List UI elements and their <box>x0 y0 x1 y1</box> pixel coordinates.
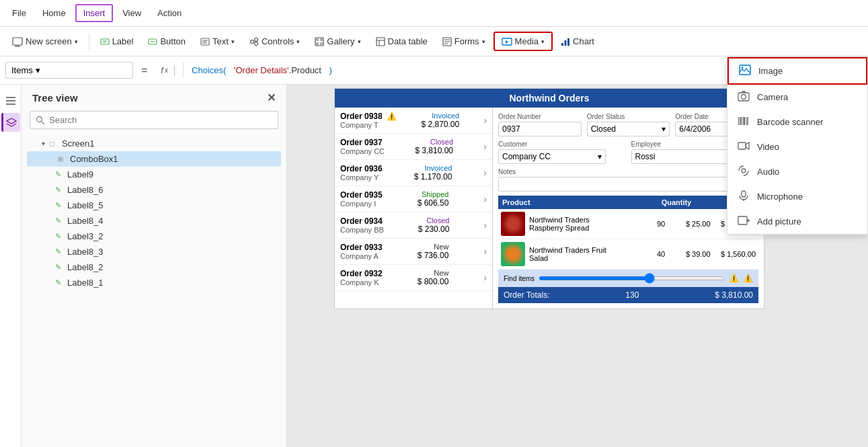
svg-rect-43 <box>738 216 747 225</box>
media-chevron: ▾ <box>541 38 545 45</box>
text-button[interactable]: Text ▾ <box>194 33 241 50</box>
tree-header: Tree view ✕ <box>22 85 286 111</box>
controls-button[interactable]: Controls ▾ <box>243 33 307 50</box>
dropdown-image[interactable]: Image <box>727 57 867 85</box>
fx-sep: │ <box>172 65 177 75</box>
order-item-0934[interactable]: Order 0934 Company BB Closed $ 230.00 › <box>335 212 492 239</box>
dropdown-audio[interactable]: Audio <box>727 159 867 184</box>
media-button[interactable]: Media ▾ <box>494 32 553 51</box>
chevron-0932: › <box>483 272 487 283</box>
amount-0937: $ 3,810.00 <box>415 146 453 155</box>
formula-choices: Choices( <box>192 65 226 75</box>
amount-0934: $ 230.00 <box>418 225 450 234</box>
chevron-0935: › <box>483 194 487 204</box>
menu-insert[interactable]: Insert <box>75 4 114 22</box>
dropdown-barcode[interactable]: Barcode scanner <box>727 110 867 134</box>
label8_6-label: Label8_6 <box>67 185 277 195</box>
label3_2-label: Label3_2 <box>67 231 277 241</box>
chart-btn-label: Chart <box>573 36 594 46</box>
label8_2-label: Label8_2 <box>67 262 277 272</box>
status-0936: Invoiced <box>414 164 452 172</box>
tree-item-label8_3[interactable]: ✎ Label8_3 <box>27 244 281 259</box>
order-right-0934: Closed $ 230.00 <box>418 216 450 234</box>
notes-input[interactable] <box>498 177 758 192</box>
dropdown-camera[interactable]: Camera <box>727 85 867 110</box>
toolbar: New screen ▾ Label Button Text ▾ Control… <box>0 27 868 56</box>
tree-close-icon[interactable]: ✕ <box>267 91 276 104</box>
order-item-0937[interactable]: Order 0937 Company CC Closed $ 3,810.00 … <box>335 134 492 160</box>
controls-chevron: ▾ <box>297 38 300 45</box>
qty-col-header: Quantity <box>629 198 692 206</box>
new-screen-label: New screen <box>26 36 72 46</box>
product-col-header: Product <box>502 198 629 206</box>
formula-close-paren: ) <box>329 65 332 75</box>
text-btn-label: Text <box>212 36 229 46</box>
gallery-btn-label: Gallery <box>327 36 354 46</box>
order-item-0936[interactable]: Order 0936 Company Y Invoiced $ 1,170.00… <box>335 160 492 186</box>
data-table-button[interactable]: Data table <box>369 33 434 50</box>
order-status-select[interactable]: Closed ▾ <box>587 122 670 136</box>
video-icon <box>737 140 750 153</box>
tree-item-combobox1[interactable]: ⊞ ComboBox1 <box>27 151 281 167</box>
tree-item-label8_1[interactable]: ✎ Label8_1 <box>27 275 281 290</box>
order-item-0932[interactable]: Order 0932 Company K New $ 800.00 › <box>335 265 492 291</box>
order-item-0938[interactable]: Order 0938 ⚠️ Company T Invoiced $ 2,870… <box>335 108 492 134</box>
label-item-icon2: ✎ <box>55 186 67 194</box>
customer-select[interactable]: Company CC ▾ <box>498 149 606 164</box>
svg-point-32 <box>742 95 746 99</box>
svg-rect-14 <box>316 38 319 41</box>
menu-view[interactable]: View <box>116 5 148 21</box>
svg-point-12 <box>254 42 258 45</box>
sep1 <box>89 34 89 50</box>
order-item-0935[interactable]: Order 0935 Company I Shipped $ 606.50 › <box>335 186 492 212</box>
status-0932: New <box>418 269 449 277</box>
order-number-input[interactable]: 0937 <box>498 122 582 136</box>
chevron-0934: › <box>483 220 487 231</box>
items-dropdown[interactable]: Items ▾ <box>5 62 133 79</box>
order-status-label: Order Status <box>587 113 670 120</box>
tree-item-screen1[interactable]: ▾ □ Screen1 <box>27 136 281 151</box>
order-item-0933[interactable]: Order 0933 Company A New $ 736.00 › <box>335 239 492 265</box>
order-num-0935: Order 0935 <box>340 190 383 200</box>
tree-item-label8_2[interactable]: ✎ Label8_2 <box>27 259 281 275</box>
screen1-arrow: ▾ <box>42 140 50 147</box>
label-button[interactable]: Label <box>93 33 141 50</box>
order-left-0937: Order 0937 Company CC <box>340 138 385 155</box>
product-img-1 <box>501 212 525 236</box>
image-label: Image <box>758 66 783 76</box>
search-input[interactable] <box>49 115 272 125</box>
order-num-0933: Order 0933 <box>340 243 383 252</box>
menu-action[interactable]: Action <box>151 5 188 21</box>
tree-item-label8_4[interactable]: ✎ Label8_4 <box>27 213 281 229</box>
menu-home[interactable]: Home <box>36 5 73 21</box>
menu-file[interactable]: File <box>5 5 33 21</box>
gallery-button[interactable]: Gallery ▾ <box>308 33 367 50</box>
tree-item-label8_6[interactable]: ✎ Label8_6 <box>27 182 281 198</box>
button-button[interactable]: Button <box>141 33 192 50</box>
dropdown-video[interactable]: Video <box>727 134 867 159</box>
company-0937: Company CC <box>340 147 385 155</box>
nw-body: Order 0938 ⚠️ Company T Invoiced $ 2,870… <box>335 108 764 309</box>
label8_4-label: Label8_4 <box>67 216 277 226</box>
barcode-label: Barcode scanner <box>757 117 823 127</box>
forms-button[interactable]: Forms ▾ <box>436 33 492 50</box>
chart-button[interactable]: Chart <box>554 33 601 50</box>
svg-line-50 <box>42 122 44 124</box>
dropdown-add-picture[interactable]: Add picture <box>727 209 867 234</box>
microphone-label: Microphone <box>757 192 803 202</box>
order-left-0935: Order 0935 Company I <box>340 190 383 208</box>
new-screen-button[interactable]: New screen ▾ <box>5 33 85 50</box>
label-item-icon5: ✎ <box>55 232 67 241</box>
slider-input[interactable] <box>539 276 725 280</box>
tree-item-label8_5[interactable]: ✎ Label8_5 <box>27 198 281 213</box>
dropdown-microphone[interactable]: Microphone <box>727 184 867 209</box>
sidebar-layers-icon[interactable] <box>1 113 20 132</box>
tree-item-label9[interactable]: ✎ Label9 <box>27 167 281 182</box>
formula-space2 <box>324 65 327 75</box>
footer-total: $ 3,810.00 <box>715 290 753 300</box>
eq-symbol: = <box>136 65 153 77</box>
text-chevron: ▾ <box>231 38 235 45</box>
nw-order-list: Order 0938 ⚠️ Company T Invoiced $ 2,870… <box>335 108 493 309</box>
sidebar-menu-icon[interactable] <box>1 91 20 110</box>
tree-item-label3_2[interactable]: ✎ Label3_2 <box>27 229 281 244</box>
